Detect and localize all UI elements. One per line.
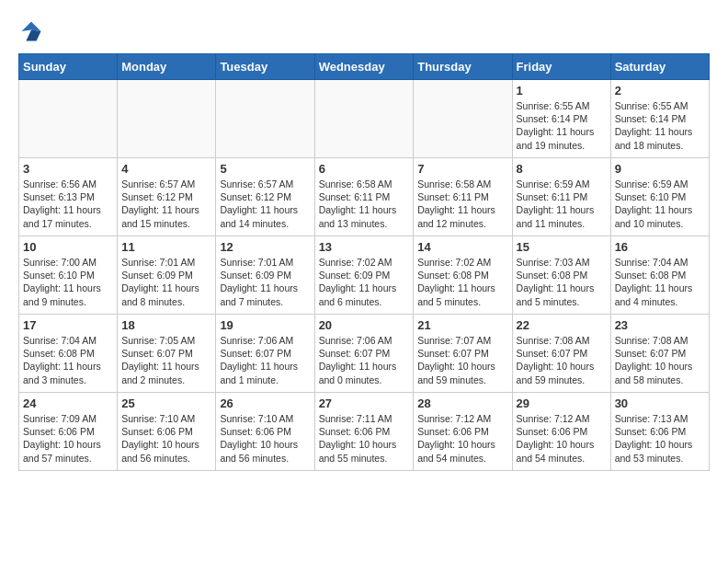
calendar-day-cell: 4Sunrise: 6:57 AM Sunset: 6:12 PM Daylig… (118, 158, 216, 236)
calendar-table: SundayMondayTuesdayWednesdayThursdayFrid… (18, 53, 710, 471)
day-detail: Sunrise: 7:06 AM Sunset: 6:07 PM Dayligh… (220, 334, 310, 386)
svg-marker-1 (26, 30, 40, 41)
day-number: 21 (417, 318, 507, 332)
calendar-day-cell: 10Sunrise: 7:00 AM Sunset: 6:10 PM Dayli… (19, 236, 118, 315)
weekday-header: Monday (118, 54, 216, 80)
calendar-day-cell: 3Sunrise: 6:56 AM Sunset: 6:13 PM Daylig… (19, 158, 118, 236)
day-number: 11 (121, 240, 211, 254)
day-detail: Sunrise: 7:01 AM Sunset: 6:09 PM Dayligh… (220, 256, 310, 308)
day-detail: Sunrise: 6:57 AM Sunset: 6:12 PM Dayligh… (121, 178, 211, 230)
day-number: 9 (615, 162, 705, 176)
calendar-day-cell (118, 80, 216, 158)
weekday-header: Saturday (610, 54, 709, 80)
calendar-day-cell: 5Sunrise: 6:57 AM Sunset: 6:12 PM Daylig… (216, 158, 314, 236)
day-detail: Sunrise: 7:12 AM Sunset: 6:06 PM Dayligh… (517, 412, 607, 465)
calendar-day-cell (216, 80, 314, 158)
calendar-day-cell: 27Sunrise: 7:11 AM Sunset: 6:06 PM Dayli… (314, 393, 414, 471)
svg-marker-0 (22, 22, 41, 32)
day-detail: Sunrise: 6:58 AM Sunset: 6:11 PM Dayligh… (319, 178, 410, 230)
day-number: 28 (417, 396, 507, 410)
calendar-day-cell: 28Sunrise: 7:12 AM Sunset: 6:06 PM Dayli… (414, 393, 512, 471)
day-detail: Sunrise: 7:08 AM Sunset: 6:07 PM Dayligh… (615, 334, 705, 386)
weekday-header: Thursday (414, 54, 512, 80)
calendar-day-cell: 17Sunrise: 7:04 AM Sunset: 6:08 PM Dayli… (19, 315, 118, 393)
day-number: 26 (220, 396, 310, 410)
day-number: 23 (615, 318, 705, 332)
calendar-day-cell: 25Sunrise: 7:10 AM Sunset: 6:06 PM Dayli… (118, 393, 216, 471)
calendar-day-cell: 22Sunrise: 7:08 AM Sunset: 6:07 PM Dayli… (512, 315, 610, 393)
day-detail: Sunrise: 7:01 AM Sunset: 6:09 PM Dayligh… (121, 256, 211, 308)
weekday-header: Friday (512, 54, 610, 80)
day-number: 2 (615, 84, 705, 98)
logo-icon (18, 18, 44, 44)
day-number: 15 (517, 240, 607, 254)
calendar-day-cell: 14Sunrise: 7:02 AM Sunset: 6:08 PM Dayli… (414, 236, 512, 315)
day-number: 1 (517, 84, 607, 98)
day-number: 18 (121, 318, 211, 332)
day-number: 17 (23, 318, 113, 332)
day-detail: Sunrise: 6:55 AM Sunset: 6:14 PM Dayligh… (517, 99, 607, 152)
calendar-week-row: 1Sunrise: 6:55 AM Sunset: 6:14 PM Daylig… (19, 80, 710, 158)
day-number: 7 (417, 162, 507, 176)
calendar-day-cell: 2Sunrise: 6:55 AM Sunset: 6:14 PM Daylig… (610, 80, 709, 158)
day-number: 5 (220, 162, 310, 176)
calendar-day-cell: 26Sunrise: 7:10 AM Sunset: 6:06 PM Dayli… (216, 393, 314, 471)
day-detail: Sunrise: 6:59 AM Sunset: 6:10 PM Dayligh… (615, 178, 705, 230)
calendar-week-row: 3Sunrise: 6:56 AM Sunset: 6:13 PM Daylig… (19, 158, 710, 236)
day-number: 3 (23, 162, 113, 176)
calendar-day-cell: 8Sunrise: 6:59 AM Sunset: 6:11 PM Daylig… (512, 158, 610, 236)
weekday-header: Sunday (19, 54, 118, 80)
calendar-day-cell (314, 80, 414, 158)
calendar-day-cell: 6Sunrise: 6:58 AM Sunset: 6:11 PM Daylig… (314, 158, 414, 236)
page-header (18, 18, 710, 44)
calendar-day-cell: 11Sunrise: 7:01 AM Sunset: 6:09 PM Dayli… (118, 236, 216, 315)
day-detail: Sunrise: 7:00 AM Sunset: 6:10 PM Dayligh… (23, 256, 113, 308)
day-detail: Sunrise: 7:05 AM Sunset: 6:07 PM Dayligh… (121, 334, 211, 386)
calendar-day-cell: 29Sunrise: 7:12 AM Sunset: 6:06 PM Dayli… (512, 393, 610, 471)
calendar-day-cell: 30Sunrise: 7:13 AM Sunset: 6:06 PM Dayli… (610, 393, 709, 471)
day-detail: Sunrise: 7:10 AM Sunset: 6:06 PM Dayligh… (220, 412, 310, 465)
calendar-day-cell: 23Sunrise: 7:08 AM Sunset: 6:07 PM Dayli… (610, 315, 709, 393)
day-detail: Sunrise: 7:02 AM Sunset: 6:08 PM Dayligh… (417, 256, 507, 308)
day-number: 19 (220, 318, 310, 332)
day-number: 22 (517, 318, 607, 332)
calendar-day-cell: 20Sunrise: 7:06 AM Sunset: 6:07 PM Dayli… (314, 315, 414, 393)
calendar-week-row: 24Sunrise: 7:09 AM Sunset: 6:06 PM Dayli… (19, 393, 710, 471)
day-detail: Sunrise: 7:03 AM Sunset: 6:08 PM Dayligh… (517, 256, 607, 308)
day-detail: Sunrise: 7:09 AM Sunset: 6:06 PM Dayligh… (23, 412, 113, 465)
day-detail: Sunrise: 6:57 AM Sunset: 6:12 PM Dayligh… (220, 178, 310, 230)
weekday-header: Tuesday (216, 54, 314, 80)
day-number: 25 (121, 396, 211, 410)
day-number: 10 (23, 240, 113, 254)
calendar-day-cell: 21Sunrise: 7:07 AM Sunset: 6:07 PM Dayli… (414, 315, 512, 393)
day-number: 4 (121, 162, 211, 176)
day-detail: Sunrise: 7:07 AM Sunset: 6:07 PM Dayligh… (417, 334, 507, 386)
calendar-day-cell: 24Sunrise: 7:09 AM Sunset: 6:06 PM Dayli… (19, 393, 118, 471)
day-detail: Sunrise: 7:13 AM Sunset: 6:06 PM Dayligh… (615, 412, 705, 465)
calendar-day-cell (414, 80, 512, 158)
day-number: 29 (517, 396, 607, 410)
day-number: 16 (615, 240, 705, 254)
day-detail: Sunrise: 7:10 AM Sunset: 6:06 PM Dayligh… (121, 412, 211, 465)
calendar-day-cell: 16Sunrise: 7:04 AM Sunset: 6:08 PM Dayli… (610, 236, 709, 315)
calendar-day-cell: 13Sunrise: 7:02 AM Sunset: 6:09 PM Dayli… (314, 236, 414, 315)
calendar-day-cell: 12Sunrise: 7:01 AM Sunset: 6:09 PM Dayli… (216, 236, 314, 315)
day-detail: Sunrise: 7:08 AM Sunset: 6:07 PM Dayligh… (517, 334, 607, 386)
weekday-header: Wednesday (314, 54, 414, 80)
calendar-day-cell: 15Sunrise: 7:03 AM Sunset: 6:08 PM Dayli… (512, 236, 610, 315)
day-number: 13 (319, 240, 410, 254)
day-detail: Sunrise: 6:59 AM Sunset: 6:11 PM Dayligh… (517, 178, 607, 230)
day-detail: Sunrise: 7:11 AM Sunset: 6:06 PM Dayligh… (319, 412, 410, 465)
calendar-header-row: SundayMondayTuesdayWednesdayThursdayFrid… (19, 54, 710, 80)
calendar-week-row: 10Sunrise: 7:00 AM Sunset: 6:10 PM Dayli… (19, 236, 710, 315)
day-number: 30 (615, 396, 705, 410)
calendar-day-cell (19, 80, 118, 158)
day-detail: Sunrise: 7:04 AM Sunset: 6:08 PM Dayligh… (23, 334, 113, 386)
calendar-day-cell: 19Sunrise: 7:06 AM Sunset: 6:07 PM Dayli… (216, 315, 314, 393)
calendar-day-cell: 7Sunrise: 6:58 AM Sunset: 6:11 PM Daylig… (414, 158, 512, 236)
day-detail: Sunrise: 6:55 AM Sunset: 6:14 PM Dayligh… (615, 99, 705, 152)
day-detail: Sunrise: 7:04 AM Sunset: 6:08 PM Dayligh… (615, 256, 705, 308)
calendar-day-cell: 18Sunrise: 7:05 AM Sunset: 6:07 PM Dayli… (118, 315, 216, 393)
day-detail: Sunrise: 7:06 AM Sunset: 6:07 PM Dayligh… (319, 334, 410, 386)
logo (18, 18, 48, 44)
